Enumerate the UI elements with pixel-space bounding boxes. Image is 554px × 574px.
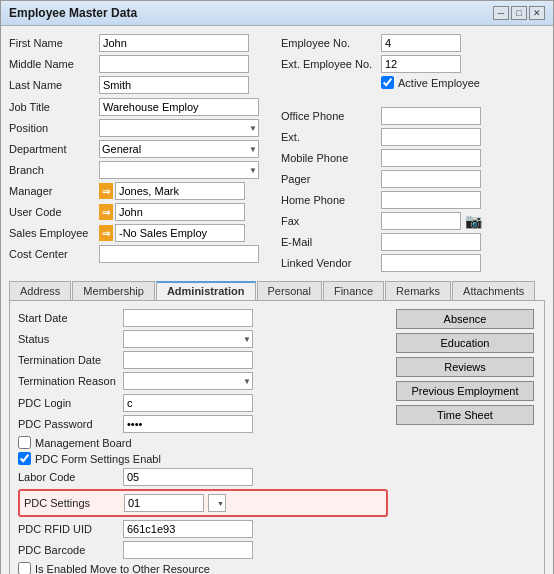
labor-code-input[interactable] xyxy=(123,468,253,486)
position-row: Position ▼ xyxy=(9,119,273,137)
tab-membership[interactable]: Membership xyxy=(72,281,155,300)
termination-date-input[interactable] xyxy=(123,351,253,369)
first-name-row: First Name xyxy=(9,34,273,52)
status-select[interactable] xyxy=(123,330,253,348)
position-label: Position xyxy=(9,122,99,134)
pdc-settings-input-wrap: ▼ xyxy=(124,494,226,512)
pdc-settings-input[interactable] xyxy=(124,494,204,512)
start-date-label: Start Date xyxy=(18,312,123,324)
pdc-barcode-row: PDC Barcode xyxy=(18,541,388,559)
branch-select[interactable] xyxy=(99,161,259,179)
pdc-login-input[interactable] xyxy=(123,394,253,412)
pdc-rfid-input[interactable] xyxy=(123,520,253,538)
user-code-input[interactable] xyxy=(115,203,245,221)
middle-name-input[interactable] xyxy=(99,55,249,73)
pdc-settings-select[interactable] xyxy=(208,494,226,512)
prev-employment-button[interactable]: Previous Employment xyxy=(396,381,534,401)
mobile-phone-input[interactable] xyxy=(381,149,481,167)
termination-reason-label: Termination Reason xyxy=(18,375,123,387)
ext-employee-no-label: Ext. Employee No. xyxy=(281,58,381,70)
time-sheet-button[interactable]: Time Sheet xyxy=(396,405,534,425)
ext-employee-no-input[interactable] xyxy=(381,55,461,73)
reviews-button[interactable]: Reviews xyxy=(396,357,534,377)
cost-center-row: Cost Center xyxy=(9,245,273,263)
absence-button[interactable]: Absence xyxy=(396,309,534,329)
manager-row: Manager ⇒ xyxy=(9,182,273,200)
first-name-input[interactable] xyxy=(99,34,249,52)
linked-vendor-row: Linked Vendor xyxy=(281,254,545,272)
department-select[interactable]: General xyxy=(99,140,259,158)
pdc-password-label: PDC Password xyxy=(18,418,123,430)
cost-center-input[interactable] xyxy=(99,245,259,263)
pdc-barcode-label: PDC Barcode xyxy=(18,544,123,556)
cost-center-label: Cost Center xyxy=(9,248,99,260)
office-phone-input[interactable] xyxy=(381,107,481,125)
window-title: Employee Master Data xyxy=(9,6,137,20)
pager-input[interactable] xyxy=(381,170,481,188)
user-code-arrow-button[interactable]: ⇒ xyxy=(99,204,113,220)
pdc-form-checkbox[interactable] xyxy=(18,452,31,465)
ext-input[interactable] xyxy=(381,128,481,146)
user-code-row: User Code ⇒ xyxy=(9,203,273,221)
email-row: E-Mail xyxy=(281,233,545,251)
office-phone-label: Office Phone xyxy=(281,110,381,122)
first-name-label: First Name xyxy=(9,37,99,49)
right-fields: Employee No. Ext. Employee No. Active Em… xyxy=(281,34,545,275)
close-button[interactable]: ✕ xyxy=(529,6,545,20)
start-date-row: Start Date xyxy=(18,309,388,327)
email-input[interactable] xyxy=(381,233,481,251)
pdc-form-row: PDC Form Settings Enabl xyxy=(18,452,388,465)
tab-attachments[interactable]: Attachments xyxy=(452,281,535,300)
active-employee-checkbox[interactable] xyxy=(381,76,394,89)
sales-employee-label: Sales Employee xyxy=(9,227,99,239)
sales-employee-input[interactable] xyxy=(115,224,245,242)
mobile-phone-row: Mobile Phone xyxy=(281,149,545,167)
pdc-barcode-input[interactable] xyxy=(123,541,253,559)
left-fields: First Name Middle Name Last Name Job Tit… xyxy=(9,34,273,275)
pdc-rfid-row: PDC RFID UID xyxy=(18,520,388,538)
tab-finance[interactable]: Finance xyxy=(323,281,384,300)
active-employee-label: Active Employee xyxy=(398,77,480,89)
pdc-password-input[interactable] xyxy=(123,415,253,433)
is-enabled-checkbox[interactable] xyxy=(18,562,31,574)
job-title-input[interactable] xyxy=(99,98,259,116)
employee-no-input[interactable] xyxy=(381,34,461,52)
tab-address[interactable]: Address xyxy=(9,281,71,300)
mgmt-board-checkbox[interactable] xyxy=(18,436,31,449)
labor-code-label: Labor Code xyxy=(18,471,123,483)
tab-administration[interactable]: Administration xyxy=(156,281,256,300)
manager-input[interactable] xyxy=(115,182,245,200)
education-button[interactable]: Education xyxy=(396,333,534,353)
pdc-login-row: PDC Login xyxy=(18,394,388,412)
ext-row: Ext. xyxy=(281,128,545,146)
position-select[interactable] xyxy=(99,119,259,137)
fax-input[interactable] xyxy=(381,212,461,230)
branch-label: Branch xyxy=(9,164,99,176)
tab-personal[interactable]: Personal xyxy=(257,281,322,300)
window-controls: ─ □ ✕ xyxy=(493,6,545,20)
linked-vendor-input[interactable] xyxy=(381,254,481,272)
sales-employee-arrow-button[interactable]: ⇒ xyxy=(99,225,113,241)
pager-row: Pager xyxy=(281,170,545,188)
top-section: First Name Middle Name Last Name Job Tit… xyxy=(9,34,545,275)
status-row: Status ▼ xyxy=(18,330,388,348)
pdc-settings-highlighted-row: PDC Settings ▼ xyxy=(18,489,388,517)
middle-name-label: Middle Name xyxy=(9,58,99,70)
active-employee-row: Active Employee xyxy=(281,76,545,89)
maximize-button[interactable]: □ xyxy=(511,6,527,20)
home-phone-label: Home Phone xyxy=(281,194,381,206)
tab-remarks[interactable]: Remarks xyxy=(385,281,451,300)
minimize-button[interactable]: ─ xyxy=(493,6,509,20)
last-name-input[interactable] xyxy=(99,76,249,94)
start-date-input[interactable] xyxy=(123,309,253,327)
mgmt-board-row: Management Board xyxy=(18,436,388,449)
main-window: Employee Master Data ─ □ ✕ First Name Mi… xyxy=(0,0,554,574)
termination-reason-row: Termination Reason ▼ xyxy=(18,372,388,390)
ext-employee-no-row: Ext. Employee No. xyxy=(281,55,545,73)
admin-grid: Start Date Status ▼ Termination xyxy=(18,309,536,574)
manager-arrow-button[interactable]: ⇒ xyxy=(99,183,113,199)
termination-reason-select[interactable] xyxy=(123,372,253,390)
pdc-password-row: PDC Password xyxy=(18,415,388,433)
home-phone-input[interactable] xyxy=(381,191,481,209)
pdc-settings-label: PDC Settings xyxy=(24,497,124,509)
